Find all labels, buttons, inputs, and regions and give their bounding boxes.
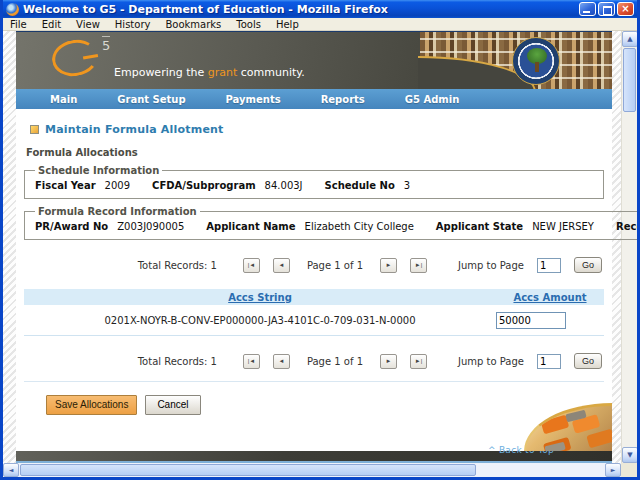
- applicant-name-label: Applicant Name: [206, 221, 295, 232]
- scroll-right-icon[interactable]: ►: [605, 463, 621, 477]
- g5-logo-5: 5: [102, 36, 110, 53]
- restore-button[interactable]: [598, 2, 615, 16]
- cancel-button[interactable]: Cancel: [145, 395, 200, 415]
- accs-table: Accs String Accs Amount 0201X-NOYR-B-CON…: [24, 289, 604, 336]
- title-bar: Welcome to G5 - Department of Education …: [3, 0, 637, 18]
- bullet-icon: [30, 125, 39, 134]
- go-button[interactable]: Go: [574, 353, 602, 369]
- firefox-icon: [6, 3, 19, 16]
- g5-header-banner: 5 Empowering the grant community.: [16, 31, 612, 89]
- prev-page-button[interactable]: ◄: [273, 354, 290, 369]
- nav-g5-admin[interactable]: G5 Admin: [405, 94, 486, 105]
- go-button[interactable]: Go: [574, 257, 602, 273]
- menu-file[interactable]: File: [10, 19, 27, 30]
- tagline-pre: Empowering the: [114, 66, 208, 79]
- menu-help[interactable]: Help: [276, 19, 299, 30]
- jump-to-page-label: Jump to Page: [458, 356, 524, 367]
- scroll-up-icon[interactable]: ▲: [622, 31, 638, 47]
- section-label: Formula Allocations: [16, 136, 612, 158]
- fiscal-year-value: 2009: [105, 180, 130, 191]
- last-page-button[interactable]: ►|: [410, 258, 427, 273]
- horizontal-scroll-track[interactable]: [19, 463, 605, 477]
- nav-reports[interactable]: Reports: [321, 94, 391, 105]
- menu-bar: File Edit View History Bookmarks Tools H…: [3, 18, 637, 31]
- applicant-name-value: Elizabeth City College: [305, 221, 414, 232]
- resize-corner: [621, 463, 637, 477]
- vertical-scrollbar[interactable]: ▲ ▼: [621, 31, 637, 463]
- tagline-grant: grant: [208, 66, 238, 79]
- first-page-button[interactable]: |◄: [243, 258, 260, 273]
- pr-award-no-label: PR/Award No: [35, 221, 108, 232]
- menu-edit[interactable]: Edit: [42, 19, 61, 30]
- cfda-subprogram-value: 84.003J: [265, 180, 303, 191]
- browser-viewport: 5 Empowering the grant community. Main G…: [3, 31, 637, 463]
- page-title: Maintain Formula Allotment: [45, 123, 224, 136]
- applicant-state-label: Applicant State: [436, 221, 523, 232]
- browser-window: Welcome to G5 - Department of Education …: [0, 0, 640, 480]
- nav-grant-setup[interactable]: Grant Setup: [117, 94, 211, 105]
- total-records-label: Total Records: 1: [138, 356, 217, 367]
- accs-amount-input[interactable]: [496, 312, 566, 329]
- schedule-no-value: 3: [404, 180, 410, 191]
- g5-logo-icon: [49, 36, 101, 79]
- scroll-left-icon[interactable]: ◄: [3, 463, 19, 477]
- formula-record-fieldset: Formula Record Information PR/Award NoZ0…: [24, 206, 640, 240]
- page-indicator: Page 1 of 1: [307, 260, 363, 271]
- menu-bookmarks[interactable]: Bookmarks: [165, 19, 221, 30]
- tagline-post: community.: [237, 66, 304, 79]
- next-page-button[interactable]: ►: [380, 354, 397, 369]
- record-allotment-label: Record Allotment: [616, 221, 640, 232]
- accs-string-value: 0201X-NOYR-B-CONV-EP000000-JA3-4101C-0-7…: [24, 306, 496, 336]
- accs-amount-header-link[interactable]: Accs Amount: [513, 292, 586, 303]
- first-page-button[interactable]: |◄: [243, 354, 260, 369]
- formula-record-legend: Formula Record Information: [35, 206, 200, 217]
- close-button[interactable]: ×: [617, 2, 634, 16]
- total-records-label: Total Records: 1: [138, 260, 217, 271]
- vertical-scroll-track[interactable]: [622, 47, 637, 447]
- nav-payments[interactable]: Payments: [226, 94, 307, 105]
- jump-to-page-input[interactable]: [537, 258, 561, 273]
- jump-to-page-label: Jump to Page: [458, 260, 524, 271]
- window-title: Welcome to G5 - Department of Education …: [23, 3, 575, 16]
- horizontal-scroll-thumb[interactable]: [20, 464, 476, 476]
- pr-award-no-value: Z003J090005: [117, 221, 184, 232]
- vertical-scroll-thumb[interactable]: [623, 48, 636, 112]
- page-indicator: Page 1 of 1: [307, 356, 363, 367]
- save-allocations-button[interactable]: Save Allocations: [46, 395, 137, 415]
- schedule-information-legend: Schedule Information: [35, 165, 162, 176]
- nav-main[interactable]: Main: [50, 94, 103, 105]
- accs-string-header-link[interactable]: Accs String: [228, 292, 292, 303]
- minimize-button[interactable]: [579, 2, 596, 16]
- schedule-information-fieldset: Schedule Information Fiscal Year2009 CFD…: [24, 165, 604, 199]
- tagline: Empowering the grant community.: [114, 66, 305, 79]
- scroll-down-icon[interactable]: ▼: [622, 447, 638, 463]
- cfda-subprogram-label: CFDA/Subprogram: [152, 180, 256, 191]
- fiscal-year-label: Fiscal Year: [35, 180, 96, 191]
- menu-tools[interactable]: Tools: [236, 19, 261, 30]
- web-page: 5 Empowering the grant community. Main G…: [3, 31, 621, 463]
- horizontal-scrollbar[interactable]: ◄ ►: [3, 463, 637, 477]
- menu-view[interactable]: View: [76, 19, 100, 30]
- prev-page-button[interactable]: ◄: [273, 258, 290, 273]
- schedule-no-label: Schedule No: [325, 180, 395, 191]
- content-area: Maintain Formula Allotment Formula Alloc…: [16, 109, 612, 451]
- pagination-bottom: Total Records: 1 |◄ ◄ Page 1 of 1 ► ►| J…: [16, 336, 612, 369]
- bookshelf-photo: [420, 32, 612, 89]
- table-row: 0201X-NOYR-B-CONV-EP000000-JA3-4101C-0-7…: [24, 306, 604, 336]
- next-page-button[interactable]: ►: [380, 258, 397, 273]
- pagination-top: Total Records: 1 |◄ ◄ Page 1 of 1 ► ►| J…: [16, 240, 612, 273]
- main-nav: Main Grant Setup Payments Reports G5 Adm…: [16, 89, 612, 109]
- last-page-button[interactable]: ►|: [410, 354, 427, 369]
- department-of-education-seal-icon: [512, 37, 560, 85]
- menu-history[interactable]: History: [115, 19, 151, 30]
- jump-to-page-input[interactable]: [537, 354, 561, 369]
- applicant-state-value: NEW JERSEY: [532, 221, 594, 232]
